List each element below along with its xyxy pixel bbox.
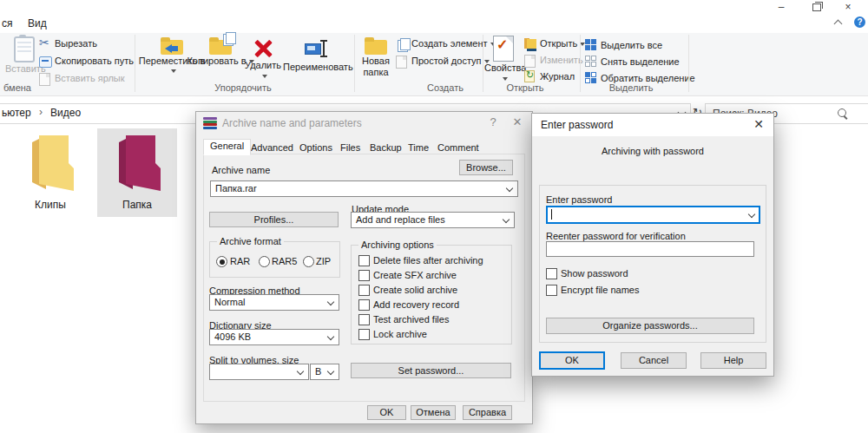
radio-rar5-label[interactable]: RAR5 (272, 256, 297, 266)
chevron-down-icon (327, 299, 334, 305)
rename-label: Переименовать (283, 62, 352, 72)
browse-button[interactable]: Browse... (459, 160, 513, 175)
delete-label: Удалить (241, 61, 285, 70)
folder-yellow-icon (25, 132, 76, 194)
new-folder-icon (365, 37, 387, 55)
close-icon[interactable]: ✕ (510, 115, 525, 128)
radio-zip[interactable] (303, 256, 314, 267)
help-button[interactable]: Справка (463, 405, 512, 420)
select-none-icon (585, 56, 596, 67)
dictionary-combo[interactable]: 4096 KB (209, 329, 339, 345)
archiving-options-label: Archiving options (358, 239, 437, 250)
breadcrumb-current[interactable]: Видео (50, 107, 81, 119)
password-dialog-titlebar[interactable]: Enter password ✕ (532, 114, 773, 136)
search-icon (838, 108, 846, 117)
dropdown-caret-icon (171, 69, 176, 73)
help-icon[interactable]: ? (854, 16, 865, 28)
ribbon-separator (135, 35, 135, 92)
explorer-titlebar: – × (0, 0, 868, 14)
restore-icon[interactable] (812, 3, 821, 11)
split-unit-combo[interactable]: B (310, 364, 339, 380)
checkbox-label: Create SFX archive (373, 270, 457, 281)
rename-button[interactable]: Переименовать (283, 35, 352, 72)
collapse-ribbon-icon[interactable] (834, 20, 843, 29)
ribbon-separator (483, 35, 483, 92)
folder-maroon-icon (112, 132, 162, 194)
archive-name-value: Папка.rar (215, 183, 257, 194)
easy-access-icon (396, 56, 407, 69)
history-icon: ↻ (524, 70, 536, 82)
set-password-button[interactable]: Set password... (351, 363, 511, 378)
archive-format-label: Archive format (217, 236, 284, 246)
invert-selection-icon (585, 72, 596, 83)
ribbon-separator (354, 35, 355, 92)
compression-combo[interactable]: Normal (209, 294, 339, 311)
copy-path-label: Скопировать путь (55, 56, 134, 66)
winrar-icon (203, 117, 217, 129)
compression-value: Normal (214, 297, 245, 307)
paste-button[interactable]: Вставить (5, 35, 43, 74)
new-folder-button[interactable]: Новая папка (358, 35, 394, 77)
dialog-help-icon[interactable]: ? (485, 115, 501, 128)
open-group-label: Открыть (495, 82, 556, 93)
radio-rar-label[interactable]: RAR (230, 256, 250, 266)
checkbox-icon (358, 285, 370, 296)
delete-x-icon (253, 38, 273, 59)
shortcut-icon (39, 73, 50, 86)
checkbox-icon (358, 299, 370, 311)
winrar-dialog-title: Archive name and parameters (222, 117, 362, 129)
winrar-dialog-titlebar[interactable]: Archive name and parameters ? ✕ (196, 112, 532, 134)
radio-zip-label[interactable]: ZIP (316, 256, 331, 266)
new-folder-label-2: папка (358, 68, 394, 77)
split-unit-value: B (315, 366, 321, 377)
scissors-icon: ✂ (39, 36, 49, 49)
radio-rar5[interactable] (259, 256, 270, 267)
copy-path-icon (39, 56, 52, 68)
select-none-label: Снять выделение (601, 56, 680, 67)
cancel-button[interactable]: Cancel (621, 352, 687, 369)
properties-icon: ✓ (493, 36, 514, 62)
tab-general[interactable]: General (203, 139, 251, 155)
archive-name-combo[interactable]: Папка.rar (210, 180, 518, 197)
tab-share-partial[interactable]: ся (2, 17, 13, 30)
move-to-folder-icon (161, 37, 183, 55)
cancel-button[interactable]: Отмена (411, 405, 456, 420)
delete-button[interactable]: Удалить (241, 35, 285, 81)
ribbon: Вставить ✂ Вырезать Скопировать путь Вст… (0, 33, 868, 96)
properties-label: Свойства (484, 63, 523, 73)
enter-password-input[interactable] (546, 206, 760, 224)
breadcrumb-root[interactable]: ьютер (2, 107, 31, 119)
profiles-button[interactable]: Profiles... (209, 212, 339, 227)
password-dialog-title: Enter password (541, 119, 613, 131)
organize-group-label: Упорядочить (200, 82, 286, 93)
folder-item-papka[interactable]: Папка (97, 128, 177, 217)
copy-to-label: Копировать в (187, 56, 246, 66)
update-mode-combo[interactable]: Add and replace files (351, 212, 515, 228)
split-volumes-combo[interactable] (209, 364, 309, 380)
breadcrumb-chevron-icon: › (39, 106, 43, 118)
reenter-password-input[interactable] (546, 241, 754, 257)
chevron-down-icon (748, 211, 755, 218)
dropdown-caret-icon (503, 77, 508, 81)
checkbox-icon (358, 270, 370, 281)
checkbox-label: Create solid archive (373, 285, 457, 296)
tab-view[interactable]: Вид (28, 17, 47, 30)
chevron-down-icon (503, 216, 510, 223)
minimize-icon[interactable]: – (773, 1, 789, 13)
checkbox-label: Test archived files (373, 314, 449, 325)
checkbox-label: Show password (561, 268, 628, 279)
paste-shortcut-label: Вставить ярлык (55, 73, 125, 83)
new-group-label: Создать (415, 82, 476, 93)
close-icon[interactable]: ✕ (751, 117, 766, 131)
ok-button[interactable]: OK (367, 405, 406, 420)
radio-rar[interactable] (216, 256, 227, 267)
help-button[interactable]: Help (700, 352, 766, 369)
new-item-icon (398, 40, 408, 52)
organize-passwords-button[interactable]: Organize passwords... (546, 318, 754, 334)
properties-button[interactable]: ✓ Свойства (484, 35, 523, 83)
checkbox-label: Delete files after archiving (373, 255, 483, 266)
ok-button[interactable]: OK (539, 351, 605, 370)
folder-item-klipy[interactable]: Клипы (10, 128, 90, 217)
archive-name-label: Archive name (212, 165, 270, 175)
close-icon[interactable]: × (840, 1, 856, 13)
